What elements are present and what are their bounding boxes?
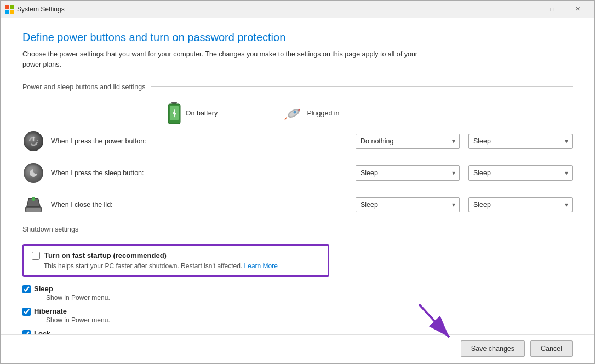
svg-rect-2 — [5, 10, 9, 14]
cancel-button[interactable]: Cancel — [530, 340, 573, 357]
laptop-lid-icon — [23, 195, 44, 215]
lock-item: Lock Show in account picture menu. — [22, 330, 573, 335]
fast-startup-row: Turn on fast startup (recommended) — [32, 251, 320, 260]
sleep-button-plugged-dropdown[interactable]: Do nothing Sleep Hibernate Shut down Tur… — [468, 165, 573, 181]
sleep-button-dropdowns: Do nothing Sleep Hibernate Shut down Tur… — [356, 165, 573, 181]
pluggedin-column-label: Plugged in — [307, 109, 339, 117]
main-content: Define power buttons and turn on passwor… — [1, 18, 594, 334]
close-button[interactable]: ✕ — [565, 1, 590, 18]
save-changes-button[interactable]: Save changes — [461, 340, 525, 357]
sleep-item-content: Sleep Show in Power menu. — [34, 285, 110, 302]
fast-startup-highlight-box: Turn on fast startup (recommended) This … — [22, 244, 329, 277]
page-description: Choose the power settings that you want … — [22, 49, 433, 70]
power-button-label: When I press the power button: — [51, 137, 356, 145]
learn-more-link[interactable]: Learn More — [244, 262, 278, 270]
svg-rect-0 — [5, 5, 9, 9]
battery-icon — [167, 102, 181, 125]
power-button-battery-dropdown-wrapper: Do nothing Sleep Hibernate Shut down Tur… — [356, 134, 460, 149]
lid-battery-dropdown-wrapper: Do nothing Sleep Hibernate Shut down Tur… — [356, 197, 460, 212]
window-title: System Settings — [17, 5, 65, 13]
sleep-checkbox[interactable] — [22, 285, 31, 293]
lid-label: When I close the lid: — [51, 201, 356, 209]
sleep-button-battery-dropdown[interactable]: Do nothing Sleep Hibernate Shut down Tur… — [356, 165, 460, 181]
power-sleep-label: Power and sleep buttons and lid settings — [22, 83, 145, 91]
svg-marker-11 — [284, 117, 287, 120]
power-button-plugged-dropdown-wrapper: Do nothing Sleep Hibernate Shut down Tur… — [468, 134, 573, 149]
lock-item-label[interactable]: Lock — [34, 330, 50, 335]
pluggedin-icon — [282, 106, 302, 121]
lock-checkbox[interactable] — [22, 330, 31, 335]
svg-rect-4 — [171, 102, 177, 104]
shutdown-label: Shutdown settings — [22, 226, 78, 233]
power-button-battery-dropdown[interactable]: Do nothing Sleep Hibernate Shut down Tur… — [356, 134, 460, 149]
sleep-item: Sleep Show in Power menu. — [22, 285, 573, 302]
titlebar-left: System Settings — [5, 5, 65, 14]
sleep-button-label: When I press the sleep button: — [51, 169, 356, 177]
arrow-annotation — [414, 299, 463, 348]
power-button-dropdowns: Do nothing Sleep Hibernate Shut down Tur… — [356, 134, 573, 149]
battery-column-label: On battery — [186, 109, 218, 117]
lid-dropdowns: Do nothing Sleep Hibernate Shut down Tur… — [356, 197, 573, 212]
fast-startup-description: This helps start your PC faster after sh… — [44, 262, 320, 270]
power-button-icon — [22, 130, 44, 152]
svg-rect-3 — [10, 10, 14, 14]
lid-plugged-dropdown[interactable]: Do nothing Sleep Hibernate Shut down Tur… — [468, 197, 573, 212]
fast-startup-label[interactable]: Turn on fast startup (recommended) — [44, 251, 167, 259]
power-button-plugged-dropdown[interactable]: Do nothing Sleep Hibernate Shut down Tur… — [468, 134, 573, 149]
shutdown-section-header: Shutdown settings — [22, 226, 573, 233]
fast-startup-checkbox[interactable] — [32, 252, 40, 260]
pluggedin-column-header: Plugged in — [256, 102, 365, 125]
svg-point-10 — [294, 111, 296, 113]
minimize-button[interactable]: — — [514, 1, 540, 18]
section-divider-line — [151, 86, 573, 87]
lid-battery-dropdown[interactable]: Do nothing Sleep Hibernate Shut down Tur… — [356, 197, 460, 212]
lid-row: When I close the lid: Do nothing Sleep H… — [22, 194, 573, 216]
hibernate-item-desc: Show in Power menu. — [46, 316, 110, 324]
lid-plugged-dropdown-wrapper: Do nothing Sleep Hibernate Shut down Tur… — [468, 197, 573, 212]
sleep-button-plugged-dropdown-wrapper: Do nothing Sleep Hibernate Shut down Tur… — [468, 165, 573, 181]
hibernate-item-content: Hibernate Show in Power menu. — [34, 307, 110, 324]
shutdown-divider-line — [84, 229, 573, 229]
power-button-row: When I press the power button: Do nothin… — [22, 130, 573, 152]
lock-item-content: Lock Show in account picture menu. — [34, 330, 136, 335]
titlebar: System Settings — □ ✕ — [1, 1, 594, 18]
sleep-item-desc: Show in Power menu. — [46, 294, 110, 302]
maximize-button[interactable]: □ — [540, 1, 565, 18]
svg-rect-16 — [26, 208, 41, 212]
battery-column-header: On battery — [138, 102, 247, 125]
hibernate-item-label[interactable]: Hibernate — [34, 307, 67, 315]
sleep-button-row: When I press the sleep button: Do nothin… — [22, 162, 573, 184]
hibernate-item: Hibernate Show in Power menu. — [22, 307, 573, 324]
hibernate-checkbox[interactable] — [22, 308, 31, 316]
app-icon — [5, 5, 14, 14]
system-settings-window: System Settings — □ ✕ Define power butto… — [0, 0, 595, 364]
window-controls: — □ ✕ — [514, 1, 590, 18]
shutdown-section: Shutdown settings Turn on fast startup (… — [22, 226, 573, 335]
lid-icon — [22, 194, 44, 216]
svg-rect-1 — [10, 5, 14, 9]
page-title: Define power buttons and turn on passwor… — [22, 31, 573, 44]
sleep-button-battery-dropdown-wrapper: Do nothing Sleep Hibernate Shut down Tur… — [356, 165, 460, 181]
power-sleep-section-header: Power and sleep buttons and lid settings — [22, 83, 573, 91]
sleep-item-label[interactable]: Sleep — [34, 285, 53, 293]
sleep-button-icon — [22, 162, 44, 184]
footer: Save changes Cancel — [1, 334, 594, 363]
